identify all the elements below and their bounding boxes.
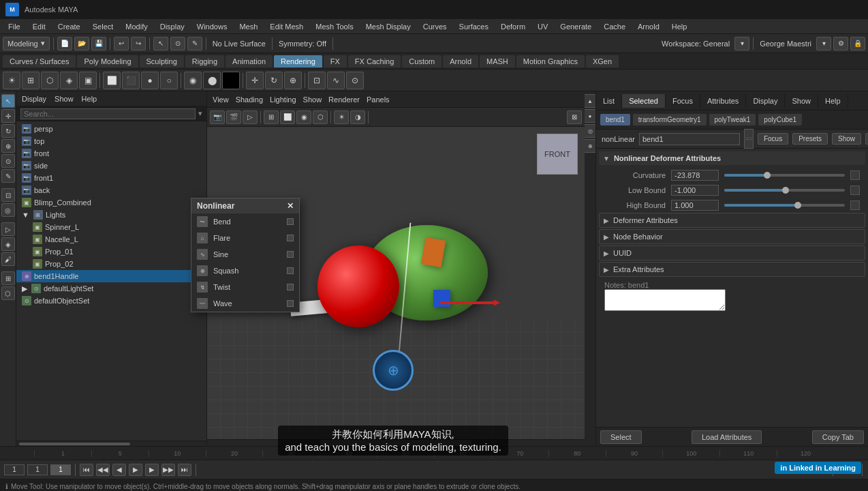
tab-motion-graphics[interactable]: Motion Graphics — [516, 55, 585, 68]
extra-attrs-section[interactable]: ▶ Extra Attributes — [599, 262, 865, 277]
low-bound-keyframe-btn[interactable] — [850, 185, 860, 195]
vp-right-btn-2[interactable]: ● — [583, 109, 597, 123]
workspace-dropdown[interactable]: ▾ — [734, 37, 749, 50]
nl-item-flare[interactable]: ⌂ Flare — [191, 230, 299, 246]
render-icon-btn[interactable]: ▣ — [79, 72, 97, 89]
presets-btn[interactable]: Presets — [792, 133, 828, 145]
attr-nav-up[interactable] — [744, 129, 754, 138]
hide-btn[interactable]: Hide — [865, 133, 868, 145]
navigation-cube[interactable]: FRONT — [537, 134, 578, 175]
low-bound-input[interactable] — [671, 185, 719, 196]
tree-item-bend1handle[interactable]: ⊕ bend1Handle — [16, 270, 206, 282]
load-attrs-btn[interactable]: Load Attributes — [692, 430, 762, 444]
wireframe-btn[interactable]: ⬜ — [103, 72, 121, 89]
high-bound-slider-thumb[interactable] — [794, 202, 801, 209]
node-tab-polycube[interactable]: polyCube1 — [758, 114, 802, 125]
new-scene-btn[interactable]: 📄 — [57, 37, 72, 50]
curvature-slider-thumb[interactable] — [764, 172, 771, 179]
high-bound-input[interactable] — [671, 200, 719, 211]
scale-tool-btn[interactable]: ⊕ — [1, 139, 15, 153]
tree-item-side[interactable]: 📷 side — [16, 160, 206, 172]
tab-animation[interactable]: Animation — [226, 55, 273, 68]
paint-btn[interactable]: ✎ — [187, 37, 202, 50]
node-tab-transformgeometry[interactable]: transformGeometry1 — [633, 114, 707, 125]
tree-item-prop02[interactable]: ▣ Prop_02 — [16, 258, 206, 270]
vp-camera-btn[interactable]: 📷 — [210, 110, 225, 124]
vp-light-btn[interactable]: ☀ — [334, 110, 349, 124]
tree-item-nacelle[interactable]: ▣ Nacelle_L — [16, 233, 206, 246]
copy-tab-btn[interactable]: Copy Tab — [812, 430, 864, 444]
menu-select[interactable]: Select — [87, 21, 119, 32]
menu-mesh[interactable]: Mesh — [234, 21, 263, 32]
viewport-menu-lighting[interactable]: Lighting — [270, 95, 296, 104]
texture-icon-btn[interactable]: ⬡ — [41, 72, 59, 89]
node-tab-polytweak[interactable]: polyTweak1 — [709, 114, 756, 125]
outliner-menu-help[interactable]: Help — [82, 95, 97, 103]
attr-tab-selected[interactable]: Selected — [622, 94, 666, 108]
sun-icon-btn[interactable]: ☀ — [3, 72, 20, 89]
black-btn[interactable] — [222, 72, 240, 89]
vp-resolution-btn[interactable]: ⊠ — [567, 110, 582, 124]
vp-shadow-btn[interactable]: ◑ — [350, 110, 365, 124]
sphere-btn[interactable]: ○ — [160, 72, 178, 89]
menu-deform[interactable]: Deform — [495, 21, 531, 32]
viewport-menu-show[interactable]: Show — [303, 95, 322, 104]
play-btn[interactable]: ▶ — [129, 464, 142, 476]
menu-display[interactable]: Display — [155, 21, 190, 32]
viewport-menu-renderer[interactable]: Renderer — [328, 95, 360, 104]
linked-learning-badge[interactable]: in Linked in Learning — [775, 462, 861, 474]
menu-curves[interactable]: Curves — [418, 21, 452, 32]
undo-btn[interactable]: ↩ — [114, 37, 129, 50]
menu-arnold[interactable]: Arnold — [632, 21, 665, 32]
attr-tab-show[interactable]: Show — [785, 94, 818, 108]
menu-uv[interactable]: UV — [532, 21, 553, 32]
open-btn[interactable]: 📂 — [74, 37, 89, 50]
nonlinear-deformer-section[interactable]: ▼ Nonlinear Deformer Attributes — [599, 151, 865, 165]
attr-nav-down[interactable] — [744, 139, 754, 149]
vp-right-btn-3[interactable]: ◎ — [583, 124, 597, 138]
vp-smooth-btn[interactable]: ◉ — [296, 110, 311, 124]
tree-item-prop01[interactable]: ▣ Prop_01 — [16, 246, 206, 258]
node-behavior-section[interactable]: ▶ Node Behavior — [599, 229, 865, 244]
curvature-keyframe-btn[interactable] — [850, 170, 860, 180]
tree-item-defaultlightset[interactable]: ▶ ⊙ defaultLightSet — [16, 282, 206, 295]
tab-arnold[interactable]: Arnold — [443, 55, 478, 68]
menu-edit-mesh[interactable]: Edit Mesh — [264, 21, 309, 32]
tree-item-persp[interactable]: 📷 persp — [16, 123, 206, 135]
attr-tab-attributes[interactable]: Attributes — [700, 94, 746, 108]
outliner-search-input[interactable] — [20, 108, 196, 119]
curvature-slider[interactable] — [724, 174, 845, 177]
nl-item-sine[interactable]: ∿ Sine — [191, 246, 299, 263]
solid-btn[interactable]: ⬛ — [122, 72, 140, 89]
lasso-tool-btn[interactable]: ⊙ — [1, 154, 15, 168]
attr-tab-list[interactable]: List — [596, 94, 622, 108]
flare-checkbox[interactable] — [287, 235, 294, 241]
uuid-section[interactable]: ▶ UUID — [599, 246, 865, 261]
lasso-btn[interactable]: ⊙ — [170, 37, 185, 50]
redo-btn[interactable]: ↪ — [131, 37, 146, 50]
nl-item-squash[interactable]: ⊕ Squash — [191, 263, 299, 279]
settings-btn[interactable]: ⚙ — [833, 37, 848, 50]
sine-checkbox[interactable] — [287, 251, 294, 258]
tab-custom[interactable]: Custom — [402, 55, 441, 68]
bend-checkbox[interactable] — [287, 218, 294, 225]
vp-right-btn-1[interactable]: ▲ — [583, 94, 597, 108]
tab-mash[interactable]: MASH — [480, 55, 515, 68]
next-frame-btn[interactable]: ▶ — [145, 464, 159, 476]
prev-key-btn[interactable]: ◀◀ — [96, 464, 110, 476]
tree-item-front1[interactable]: 📷 front1 — [16, 172, 206, 184]
menu-help[interactable]: Help — [666, 21, 693, 32]
paint-effects-btn[interactable]: 🖌 — [1, 252, 15, 266]
high-bound-slider[interactable] — [724, 204, 845, 207]
material-btn[interactable]: ◉ — [184, 72, 202, 89]
color-btn[interactable]: ⬤ — [203, 72, 221, 89]
squash-checkbox[interactable] — [287, 267, 294, 274]
tree-item-defaultobjectset[interactable]: ⊙ defaultObjectSet — [16, 295, 206, 307]
low-bound-slider-thumb[interactable] — [782, 187, 789, 194]
menu-file[interactable]: File — [3, 21, 26, 32]
menu-create[interactable]: Create — [52, 21, 86, 32]
viewport-menu-panels[interactable]: Panels — [367, 95, 390, 104]
smooth-btn[interactable]: ● — [141, 72, 159, 89]
snap-btn[interactable]: ⊡ — [1, 188, 15, 202]
menu-cache[interactable]: Cache — [598, 21, 631, 32]
